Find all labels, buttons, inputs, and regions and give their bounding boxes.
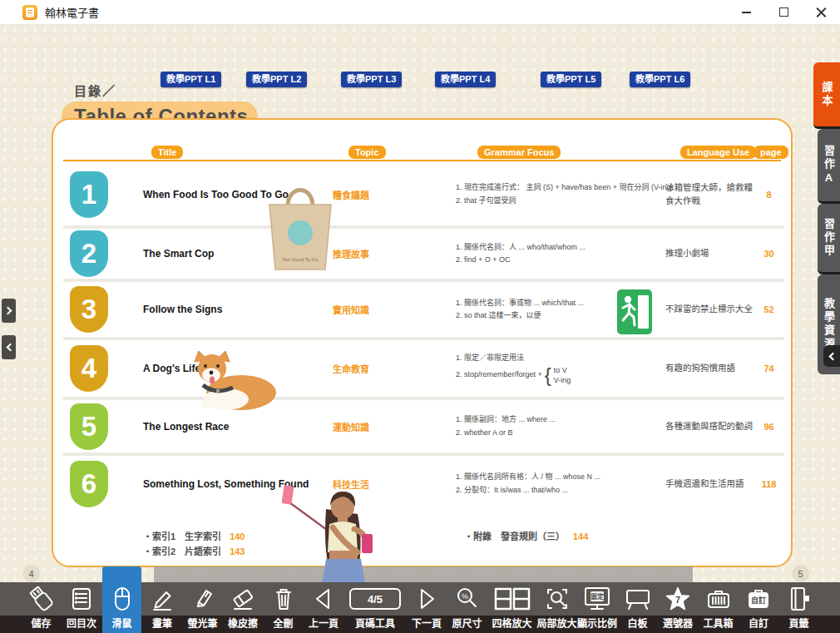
lesson-title: Follow the Signs [143,304,333,315]
lesson-topic: 糧食議題 [333,188,456,201]
display-ratio-tool[interactable]: 固定 顯示比例 [578,582,617,633]
region-magnifier-icon [543,585,571,613]
toc-table-card: Title Topic Grammar Focus Language Use p… [52,118,793,567]
mouse-tool[interactable]: 滑鼠 [102,582,141,633]
lesson-grammar: 1. 關係代名詞：事或物 ... which/that ...2. so tha… [456,297,665,323]
panel-expand-button[interactable] [2,299,16,323]
whiteboard-icon [624,585,652,613]
minimize-button[interactable] [728,0,765,24]
custom-tool[interactable]: 自訂 自訂 [739,582,778,633]
highlighter-tool[interactable]: 螢光筆 [183,582,222,633]
index2-page: 143 [230,546,245,556]
chevron-right-icon [3,307,12,315]
table-row-lesson4: 4 A Dog's Life! 生命教育 1. 限定／非限定用法 2. stop… [63,340,784,400]
maximize-icon [779,7,788,17]
save-tool[interactable]: 儲存 [22,582,61,633]
lesson-number-badge: 4 [70,345,108,392]
ppt-link-l5[interactable]: 教學PPT L5 [541,72,601,87]
svg-text:7: 7 [675,595,680,605]
lesson-page-number: 118 [754,479,784,489]
book-tabs-sidebar: 課本 習作A 習作甲 教學資源 [813,62,840,374]
column-header-language-use: Language Use [680,146,756,159]
app-logo-icon [22,5,37,20]
right-triangle-icon [413,585,441,613]
maximize-button[interactable] [765,0,803,24]
next-page-tool[interactable]: 下一頁 [408,582,447,633]
usb-save-icon [27,585,56,613]
four-grid-icon [492,585,532,613]
book-tab-icon [785,585,813,613]
window-title: 翰林電子書 [45,4,99,20]
lesson-grammar: 1. 關係代名詞：人 ... who/that/whom ...2. find … [456,241,665,267]
page-indicator[interactable]: 4/5 [349,588,401,610]
minimize-icon [742,12,751,13]
lesson-number-badge: 5 [70,403,108,450]
region-zoom-tool[interactable]: 局部放大 [537,582,576,633]
table-row-lesson1: 1 When Food Is Too Good To Go 糧食議題 1. 現在… [63,163,784,229]
lesson-number-badge: 3 [70,286,108,333]
sidebar-collapse-button[interactable] [823,345,840,367]
ppt-link-l1[interactable]: 教學PPT L1 [161,72,221,87]
panel-collapse-button[interactable] [2,335,16,359]
tab-workbook-a[interactable]: 習作A [818,129,840,204]
delete-all-tool[interactable]: 全刪 [264,582,303,633]
table-row-lesson3: 3 Follow the Signs 實用知識 1. 關係代名詞：事或物 ...… [63,282,784,340]
previous-page-tool[interactable]: 上一頁 [304,582,343,633]
column-header-title: Title [151,146,183,159]
lesson-topic: 運動知識 [333,420,456,433]
custom-box-icon: 自訂 [744,585,773,613]
pen-tool[interactable]: 畫筆 [143,582,182,633]
page-corner-left[interactable]: 4 [22,565,40,582]
number-picker-tool[interactable]: 7 選號器 [659,582,698,633]
svg-text:自訂: 自訂 [751,596,766,605]
table-row-lesson6: 6 Something Lost, Something Found 科技生活 1… [63,456,784,512]
window-titlebar: 翰林電子書 [0,0,840,25]
lesson-topic: 生命教育 [333,362,456,375]
ebook-app-window: 翰林電子書 教學PPT L1 教學PPT L2 教學PPT L3 教學PPT L… [0,0,840,633]
lesson-grammar: 1. 關係代名詞所有格：人 / 物 ... whose N ...2. 分裂句：… [456,471,665,497]
lesson-language-use: 各種運動與搭配的動詞 [665,420,754,433]
ppt-link-l2[interactable]: 教學PPT L2 [246,72,307,87]
chevron-left-icon [6,344,14,352]
chevron-left-icon [829,352,838,360]
original-size-tool[interactable]: % 原尺寸 [447,582,487,633]
lesson-title: A Dog's Life! [143,363,333,374]
list-icon [67,585,96,613]
ppt-link-l4[interactable]: 教學PPT L4 [435,72,496,87]
lesson-topic: 實用知識 [333,303,456,316]
ppt-link-l6[interactable]: 教學PPT L6 [630,72,690,87]
lesson-number-badge: 2 [70,230,108,277]
column-header-page: page [754,146,788,159]
ppt-link-l3[interactable]: 教學PPT L3 [341,72,402,87]
lesson-page-number: 96 [754,422,784,432]
back-to-toc-tool[interactable]: 回目次 [62,582,101,633]
svg-text:%: % [461,592,467,601]
tab-textbook[interactable]: 課本 [813,62,840,129]
lesson-number-badge: 1 [70,171,108,218]
monitor-fixed-icon: 固定 [582,585,612,613]
lesson-language-use: 冰箱管理大師，搶救糧食大作戰 [665,181,754,206]
mouse-icon [108,585,136,613]
page-canvas: 教學PPT L1 教學PPT L2 教學PPT L3 教學PPT L4 教學PP… [0,25,840,583]
close-button[interactable] [803,0,840,24]
page-number-tool[interactable]: 4/5 頁碼工具 [344,582,406,633]
index1-page: 140 [230,532,245,542]
lesson-language-use: 推理小劇場 [665,247,754,260]
whiteboard-tool[interactable]: 白板 [618,582,657,633]
highlighter-icon [189,585,217,613]
page-corner-right[interactable]: 5 [792,565,809,582]
toolbox-icon [704,585,733,613]
index-list: ・索引1 生字索引140 ・索引2 片語索引143 [143,529,245,559]
table-row-lesson2: 2 The Smart Cop 推理故事 1. 關係代名詞：人 ... who/… [63,229,784,282]
page-tabs-tool[interactable]: 頁籤 [779,582,818,633]
toc-heading-zh: 目錄／ [74,82,116,99]
bottom-toolbar: 儲存 回目次 滑鼠 畫筆 螢光筆 [0,582,840,633]
tab-workbook-jia[interactable]: 習作甲 [818,204,840,274]
eraser-tool[interactable]: 橡皮擦 [224,582,263,633]
table-header-row: Title Topic Grammar Focus Language Use p… [63,145,781,161]
page-bottom-strip [154,566,693,582]
lesson-number-badge: 6 [70,461,108,507]
toolbox-tool[interactable]: 工具箱 [699,582,738,633]
four-pane-zoom-tool[interactable]: 四格放大 [488,582,536,633]
svg-text:固定: 固定 [590,592,604,601]
